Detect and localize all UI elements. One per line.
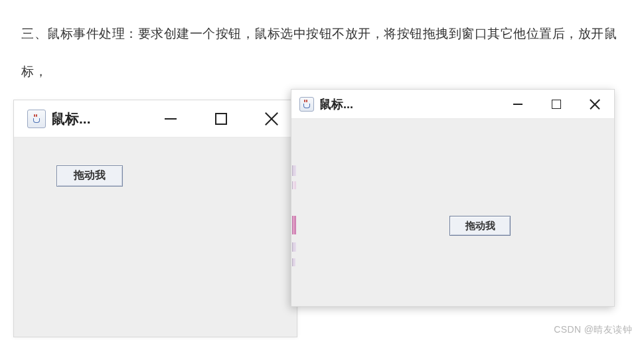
maximize-icon <box>552 100 561 109</box>
titlebar[interactable]: 鼠标... <box>291 90 614 119</box>
java-cup-icon <box>299 97 314 112</box>
window-right: 鼠标... 拖动我 <box>291 89 615 307</box>
drag-button[interactable]: 拖动我 <box>56 165 123 187</box>
window-title: 鼠标... <box>319 96 353 112</box>
minimize-button[interactable] <box>145 100 196 137</box>
maximize-button[interactable] <box>196 100 246 137</box>
minimize-button[interactable] <box>499 90 537 118</box>
windows-area: 鼠标... 拖动我 鼠标... <box>13 100 631 339</box>
left-edge-artifact <box>291 119 298 306</box>
maximize-button[interactable] <box>537 90 576 118</box>
close-icon <box>265 112 278 126</box>
minimize-icon <box>513 104 523 105</box>
drag-button[interactable]: 拖动我 <box>449 216 511 236</box>
client-area[interactable]: 拖动我 <box>14 137 297 337</box>
close-button[interactable] <box>576 90 614 118</box>
maximize-icon <box>215 113 227 125</box>
close-icon <box>590 99 600 110</box>
close-button[interactable] <box>246 100 297 137</box>
window-title: 鼠标... <box>51 110 91 128</box>
window-controls <box>145 100 297 137</box>
minimize-icon <box>165 118 177 120</box>
java-cup-icon <box>27 110 46 128</box>
titlebar[interactable]: 鼠标... <box>14 100 297 137</box>
client-area[interactable]: 拖动我 <box>291 119 614 306</box>
window-left: 鼠标... 拖动我 <box>13 100 297 337</box>
window-controls <box>499 90 614 118</box>
description-text: 三、鼠标事件处理：要求创建一个按钮，鼠标选中按钮不放开，将按钮拖拽到窗口其它他位… <box>0 0 644 90</box>
watermark: CSDN @晴友读钟 <box>554 324 632 336</box>
